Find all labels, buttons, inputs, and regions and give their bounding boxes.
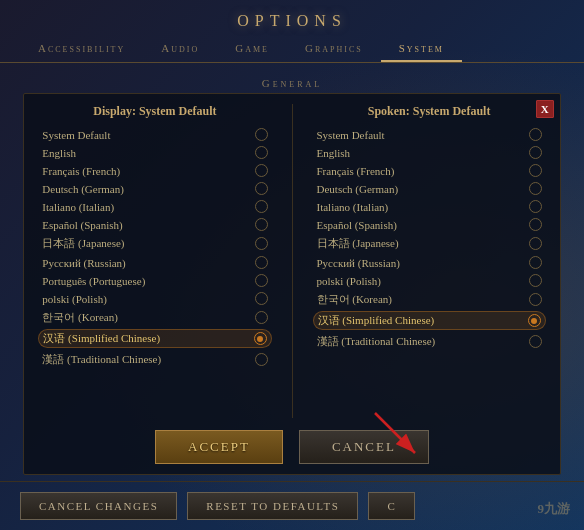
spoken-lang-french[interactable]: Français (French) <box>313 163 546 178</box>
cancel-changes-button[interactable]: CANCEL CHANGES <box>20 492 177 520</box>
radio-display-german[interactable] <box>255 182 268 195</box>
radio-spoken-english[interactable] <box>529 146 542 159</box>
display-lang-german[interactable]: Deutsch (German) <box>38 181 271 196</box>
radio-spoken-french[interactable] <box>529 164 542 177</box>
display-lang-english[interactable]: English <box>38 145 271 160</box>
spoken-lang-german[interactable]: Deutsch (German) <box>313 181 546 196</box>
radio-display-english[interactable] <box>255 146 268 159</box>
c-button[interactable]: C <box>368 492 415 520</box>
display-lang-russian[interactable]: Русский (Russian) <box>38 255 271 270</box>
radio-spoken-russian[interactable] <box>529 256 542 269</box>
spoken-lang-list: System Default English Français (French)… <box>313 127 546 350</box>
spoken-lang-italian[interactable]: Italiano (Italian) <box>313 199 546 214</box>
column-divider <box>292 104 293 418</box>
tab-audio[interactable]: Audio <box>143 36 217 62</box>
close-button[interactable]: X <box>536 100 554 118</box>
display-lang-korean[interactable]: 한국어 (Korean) <box>38 309 271 326</box>
display-lang-polish[interactable]: polski (Polish) <box>38 291 271 306</box>
options-panel: X Display: System Default System Default… <box>23 93 560 475</box>
spoken-lang-simplified-chinese[interactable]: 汉语 (Simplified Chinese) <box>313 311 546 330</box>
radio-display-polish[interactable] <box>255 292 268 305</box>
bottom-bar: CANCEL CHANGES RESET TO DEFAULTS C <box>0 481 584 530</box>
tabs-bar: Accessibility Audio Game Graphics System <box>0 36 584 63</box>
display-lang-spanish[interactable]: Español (Spanish) <box>38 217 271 232</box>
display-column-title: Display: System Default <box>38 104 271 119</box>
display-lang-traditional-chinese[interactable]: 漢語 (Traditional Chinese) <box>38 351 271 368</box>
radio-display-traditional-chinese[interactable] <box>255 353 268 366</box>
display-lang-japanese[interactable]: 日本語 (Japanese) <box>38 235 271 252</box>
radio-display-italian[interactable] <box>255 200 268 213</box>
accept-button[interactable]: ACCEPT <box>155 430 283 464</box>
spoken-lang-polish[interactable]: polski (Polish) <box>313 273 546 288</box>
radio-display-spanish[interactable] <box>255 218 268 231</box>
radio-spoken-polish[interactable] <box>529 274 542 287</box>
display-lang-italian[interactable]: Italiano (Italian) <box>38 199 271 214</box>
spoken-lang-english[interactable]: English <box>313 145 546 160</box>
modal-buttons: ACCEPT CANCEL <box>38 430 545 464</box>
spoken-lang-japanese[interactable]: 日本語 (Japanese) <box>313 235 546 252</box>
radio-spoken-korean[interactable] <box>529 293 542 306</box>
reset-to-defaults-button[interactable]: RESET TO DEFAULTS <box>187 492 358 520</box>
radio-display-korean[interactable] <box>255 311 268 324</box>
spoken-lang-russian[interactable]: Русский (Russian) <box>313 255 546 270</box>
radio-display-system-default[interactable] <box>255 128 268 141</box>
radio-display-portuguese[interactable] <box>255 274 268 287</box>
watermark: 9九游 <box>538 500 571 518</box>
radio-spoken-traditional-chinese[interactable] <box>529 335 542 348</box>
radio-spoken-japanese[interactable] <box>529 237 542 250</box>
display-column: Display: System Default System Default E… <box>38 104 271 418</box>
tab-accessibility[interactable]: Accessibility <box>20 36 143 62</box>
language-columns: Display: System Default System Default E… <box>38 104 545 418</box>
page-title: OPTIONS <box>237 12 347 29</box>
radio-spoken-spanish[interactable] <box>529 218 542 231</box>
tab-game[interactable]: Game <box>217 36 287 62</box>
spoken-lang-system-default[interactable]: System Default <box>313 127 546 142</box>
radio-display-russian[interactable] <box>255 256 268 269</box>
spoken-column: Spoken: System Default System Default En… <box>313 104 546 418</box>
spoken-lang-korean[interactable]: 한국어 (Korean) <box>313 291 546 308</box>
spoken-column-title: Spoken: System Default <box>313 104 546 119</box>
radio-spoken-simplified-chinese[interactable] <box>528 314 541 327</box>
cancel-button[interactable]: CANCEL <box>299 430 429 464</box>
radio-display-french[interactable] <box>255 164 268 177</box>
display-lang-french[interactable]: Français (French) <box>38 163 271 178</box>
display-lang-system-default[interactable]: System Default <box>38 127 271 142</box>
radio-display-simplified-chinese[interactable] <box>254 332 267 345</box>
radio-spoken-german[interactable] <box>529 182 542 195</box>
display-lang-portuguese[interactable]: Português (Portuguese) <box>38 273 271 288</box>
display-lang-list: System Default English Français (French)… <box>38 127 271 368</box>
tab-system[interactable]: System <box>381 36 462 62</box>
spoken-lang-spanish[interactable]: Español (Spanish) <box>313 217 546 232</box>
radio-display-japanese[interactable] <box>255 237 268 250</box>
radio-spoken-system-default[interactable] <box>529 128 542 141</box>
spoken-lang-traditional-chinese[interactable]: 漢語 (Traditional Chinese) <box>313 333 546 350</box>
display-lang-simplified-chinese[interactable]: 汉语 (Simplified Chinese) <box>38 329 271 348</box>
section-label: General <box>262 77 323 89</box>
radio-spoken-italian[interactable] <box>529 200 542 213</box>
tab-graphics[interactable]: Graphics <box>287 36 381 62</box>
